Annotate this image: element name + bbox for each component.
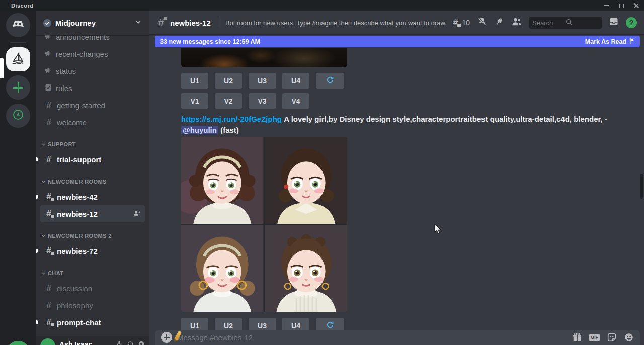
server-icon-partial[interactable] — [6, 341, 30, 345]
category-support[interactable]: SUPPORT — [40, 138, 145, 151]
unread-indicator — [36, 320, 38, 324]
generated-image-q1[interactable] — [181, 137, 264, 224]
help-button[interactable]: ? — [626, 17, 637, 28]
new-messages-text: 33 new messages since 12:59 AM — [160, 38, 260, 45]
u1-button[interactable]: U1 — [181, 73, 208, 89]
sidebar-item-trial-support[interactable]: trial-support — [40, 151, 145, 168]
verified-badge-icon — [43, 19, 51, 27]
search-placeholder: Search — [532, 19, 566, 27]
member-list-button[interactable] — [511, 17, 522, 29]
category-newcomer-rooms[interactable]: NEWCOMER ROOMS — [40, 175, 145, 188]
selected-server-pill — [0, 58, 4, 78]
category-chat[interactable]: CHAT — [40, 267, 145, 280]
search-input[interactable]: Search — [529, 17, 602, 29]
window-title: Discord — [0, 3, 33, 9]
v3-button[interactable]: V3 — [249, 93, 276, 109]
unread-indicator — [36, 249, 38, 253]
hash-icon — [44, 301, 53, 310]
microphone-icon[interactable] — [116, 340, 123, 345]
sidebar-item-status[interactable]: status — [40, 62, 145, 79]
add-server-button[interactable] — [6, 75, 30, 100]
megaphone-icon — [44, 66, 52, 76]
sidebar-item-philosophy[interactable]: philosophy — [40, 297, 145, 314]
refresh-icon — [326, 75, 335, 86]
u4-button[interactable]: U4 — [282, 73, 309, 89]
close-button[interactable] — [629, 0, 644, 11]
variation-button-row: V1 V2 V3 V4 — [181, 93, 309, 109]
discord-window: Discord — [0, 0, 644, 345]
emoji-icon[interactable] — [624, 332, 634, 342]
channel-name: newbies-12 — [170, 19, 211, 27]
headphones-icon[interactable] — [127, 340, 134, 345]
sidebar-item-getting-started[interactable]: getting-started — [40, 97, 145, 114]
chevron-down-icon — [41, 142, 46, 147]
message-input[interactable]: Message #newbies-12 — [177, 333, 567, 342]
reroll-button[interactable] — [316, 73, 344, 89]
sidebar-item-welcome[interactable]: welcome — [40, 114, 145, 131]
sidebar-item-discussion[interactable]: discussion — [40, 280, 145, 297]
chevron-down-icon — [135, 19, 142, 28]
generated-image-grid[interactable] — [181, 137, 347, 312]
header-divider — [218, 18, 218, 28]
mark-as-read-button[interactable]: Mark As Read — [585, 38, 635, 46]
sidebar-item-newbies-42[interactable]: newbies-42 — [40, 188, 145, 205]
channel-list: announcements recent-changes status rule… — [36, 28, 149, 345]
upscale-button-row: U1 U2 U3 U4 — [181, 73, 344, 89]
new-messages-banner[interactable]: 33 new messages since 12:59 AM Mark As R… — [155, 36, 640, 47]
minimize-button[interactable] — [599, 0, 614, 11]
hash-chat-icon — [44, 192, 53, 201]
sidebar-item-newbies-72[interactable]: newbies-72 — [40, 242, 145, 260]
u3-button[interactable]: U3 — [249, 73, 276, 89]
gif-picker-button[interactable]: GIF — [589, 334, 600, 341]
unread-indicator — [36, 195, 38, 199]
v1-button[interactable]: V1 — [181, 93, 208, 109]
server-rail — [0, 11, 36, 345]
user-mention[interactable]: @huyulin — [181, 126, 218, 134]
hash-chat-icon — [44, 209, 53, 218]
midjourney-server-button[interactable] — [6, 47, 30, 71]
mj-job-link[interactable]: https://s.mj.run/-20fGeZjphg — [181, 115, 282, 123]
sticker-icon[interactable] — [607, 332, 617, 342]
megaphone-icon — [44, 49, 52, 59]
previous-image-partial[interactable] — [181, 48, 347, 67]
v2-button[interactable]: V2 — [215, 93, 242, 109]
generated-image-q3[interactable] — [181, 225, 264, 312]
sidebar-item-prompt-chat[interactable]: prompt-chat — [40, 314, 145, 331]
create-invite-icon[interactable] — [133, 209, 141, 219]
hash-icon — [44, 118, 53, 127]
chat-area: newbies-12 Bot room for new users. Type … — [149, 11, 644, 345]
settings-gear-icon[interactable] — [138, 340, 145, 345]
message-list: 33 new messages since 12:59 AM Mark As R… — [149, 34, 644, 345]
channel-topic[interactable]: Bot room for new users. Type /imagine th… — [225, 19, 447, 27]
message-content: https://s.mj.run/-20fGeZjphg A lovely gi… — [181, 114, 634, 136]
sailboat-icon — [11, 51, 26, 68]
explore-servers-button[interactable] — [6, 104, 30, 128]
sidebar-item-newbies-12[interactable]: newbies-12 — [40, 205, 145, 222]
flag-icon — [629, 38, 635, 46]
discord-home-button[interactable] — [6, 13, 30, 37]
threads-hash-icon — [451, 18, 460, 27]
pinned-messages-button[interactable] — [494, 17, 504, 29]
category-newcomer-rooms-2[interactable]: NEWCOMER ROOMS 2 — [40, 229, 145, 242]
generated-image-q2[interactable] — [265, 137, 348, 224]
v4-button[interactable]: V4 — [282, 93, 309, 109]
sidebar-item-recent-changes[interactable]: recent-changes — [40, 45, 145, 62]
attach-plus-icon[interactable] — [161, 332, 172, 343]
discord-logo-icon — [12, 19, 25, 31]
generated-image-q4[interactable] — [265, 225, 348, 312]
gift-icon[interactable] — [572, 332, 582, 342]
inbox-button[interactable] — [609, 17, 619, 29]
sidebar-item-rules[interactable]: rules — [40, 79, 145, 97]
user-panel: Ash Isaac — [36, 336, 149, 345]
threads-button[interactable]: 10 — [451, 18, 470, 27]
hash-chat-icon — [44, 246, 53, 255]
notification-mute-button[interactable] — [477, 17, 487, 29]
avatar[interactable] — [40, 338, 55, 345]
rules-book-icon — [44, 83, 52, 93]
chat-scrollbar-thumb[interactable] — [640, 174, 643, 199]
u2-button[interactable]: U2 — [215, 73, 242, 89]
members-icon — [511, 17, 522, 29]
maximize-button[interactable] — [614, 0, 629, 11]
window-controls — [599, 0, 644, 11]
server-header[interactable]: Midjourney — [36, 11, 149, 35]
